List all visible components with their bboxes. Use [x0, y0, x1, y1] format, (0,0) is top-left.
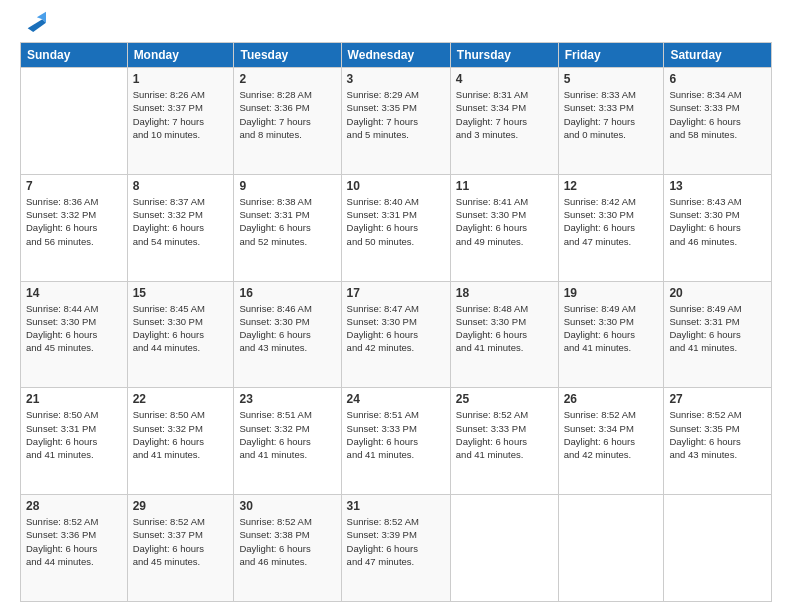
day-info: Sunrise: 8:41 AM Sunset: 3:30 PM Dayligh… — [456, 195, 553, 248]
day-info: Sunrise: 8:33 AM Sunset: 3:33 PM Dayligh… — [564, 88, 659, 141]
day-cell-23: 23Sunrise: 8:51 AM Sunset: 3:32 PM Dayli… — [234, 388, 341, 495]
col-header-thursday: Thursday — [450, 43, 558, 68]
day-cell-26: 26Sunrise: 8:52 AM Sunset: 3:34 PM Dayli… — [558, 388, 664, 495]
day-info: Sunrise: 8:47 AM Sunset: 3:30 PM Dayligh… — [347, 302, 445, 355]
day-number: 4 — [456, 72, 553, 86]
day-info: Sunrise: 8:48 AM Sunset: 3:30 PM Dayligh… — [456, 302, 553, 355]
day-info: Sunrise: 8:49 AM Sunset: 3:31 PM Dayligh… — [669, 302, 766, 355]
day-number: 23 — [239, 392, 335, 406]
week-row-1: 1Sunrise: 8:26 AM Sunset: 3:37 PM Daylig… — [21, 68, 772, 175]
page: SundayMondayTuesdayWednesdayThursdayFrid… — [0, 0, 792, 612]
week-row-4: 21Sunrise: 8:50 AM Sunset: 3:31 PM Dayli… — [21, 388, 772, 495]
day-info: Sunrise: 8:52 AM Sunset: 3:37 PM Dayligh… — [133, 515, 229, 568]
day-number: 19 — [564, 286, 659, 300]
day-number: 11 — [456, 179, 553, 193]
day-info: Sunrise: 8:45 AM Sunset: 3:30 PM Dayligh… — [133, 302, 229, 355]
day-number: 26 — [564, 392, 659, 406]
header — [20, 18, 772, 32]
day-cell-1: 1Sunrise: 8:26 AM Sunset: 3:37 PM Daylig… — [127, 68, 234, 175]
day-info: Sunrise: 8:46 AM Sunset: 3:30 PM Dayligh… — [239, 302, 335, 355]
day-cell-19: 19Sunrise: 8:49 AM Sunset: 3:30 PM Dayli… — [558, 281, 664, 388]
day-info: Sunrise: 8:28 AM Sunset: 3:36 PM Dayligh… — [239, 88, 335, 141]
day-cell-16: 16Sunrise: 8:46 AM Sunset: 3:30 PM Dayli… — [234, 281, 341, 388]
day-number: 22 — [133, 392, 229, 406]
day-number: 13 — [669, 179, 766, 193]
day-info: Sunrise: 8:34 AM Sunset: 3:33 PM Dayligh… — [669, 88, 766, 141]
day-cell-18: 18Sunrise: 8:48 AM Sunset: 3:30 PM Dayli… — [450, 281, 558, 388]
day-cell-7: 7Sunrise: 8:36 AM Sunset: 3:32 PM Daylig… — [21, 174, 128, 281]
day-cell-28: 28Sunrise: 8:52 AM Sunset: 3:36 PM Dayli… — [21, 495, 128, 602]
day-info: Sunrise: 8:29 AM Sunset: 3:35 PM Dayligh… — [347, 88, 445, 141]
col-header-sunday: Sunday — [21, 43, 128, 68]
day-info: Sunrise: 8:31 AM Sunset: 3:34 PM Dayligh… — [456, 88, 553, 141]
day-number: 7 — [26, 179, 122, 193]
day-number: 17 — [347, 286, 445, 300]
day-info: Sunrise: 8:52 AM Sunset: 3:34 PM Dayligh… — [564, 408, 659, 461]
empty-cell — [450, 495, 558, 602]
day-cell-6: 6Sunrise: 8:34 AM Sunset: 3:33 PM Daylig… — [664, 68, 772, 175]
day-cell-22: 22Sunrise: 8:50 AM Sunset: 3:32 PM Dayli… — [127, 388, 234, 495]
day-cell-12: 12Sunrise: 8:42 AM Sunset: 3:30 PM Dayli… — [558, 174, 664, 281]
day-number: 31 — [347, 499, 445, 513]
day-info: Sunrise: 8:37 AM Sunset: 3:32 PM Dayligh… — [133, 195, 229, 248]
day-cell-5: 5Sunrise: 8:33 AM Sunset: 3:33 PM Daylig… — [558, 68, 664, 175]
day-number: 1 — [133, 72, 229, 86]
day-number: 29 — [133, 499, 229, 513]
day-cell-10: 10Sunrise: 8:40 AM Sunset: 3:31 PM Dayli… — [341, 174, 450, 281]
day-number: 18 — [456, 286, 553, 300]
day-cell-27: 27Sunrise: 8:52 AM Sunset: 3:35 PM Dayli… — [664, 388, 772, 495]
day-cell-29: 29Sunrise: 8:52 AM Sunset: 3:37 PM Dayli… — [127, 495, 234, 602]
day-cell-17: 17Sunrise: 8:47 AM Sunset: 3:30 PM Dayli… — [341, 281, 450, 388]
day-info: Sunrise: 8:52 AM Sunset: 3:38 PM Dayligh… — [239, 515, 335, 568]
day-info: Sunrise: 8:43 AM Sunset: 3:30 PM Dayligh… — [669, 195, 766, 248]
day-cell-2: 2Sunrise: 8:28 AM Sunset: 3:36 PM Daylig… — [234, 68, 341, 175]
day-cell-14: 14Sunrise: 8:44 AM Sunset: 3:30 PM Dayli… — [21, 281, 128, 388]
day-number: 16 — [239, 286, 335, 300]
day-info: Sunrise: 8:51 AM Sunset: 3:32 PM Dayligh… — [239, 408, 335, 461]
day-number: 28 — [26, 499, 122, 513]
day-cell-21: 21Sunrise: 8:50 AM Sunset: 3:31 PM Dayli… — [21, 388, 128, 495]
day-info: Sunrise: 8:36 AM Sunset: 3:32 PM Dayligh… — [26, 195, 122, 248]
day-info: Sunrise: 8:52 AM Sunset: 3:39 PM Dayligh… — [347, 515, 445, 568]
logo-icon — [24, 10, 46, 32]
day-cell-11: 11Sunrise: 8:41 AM Sunset: 3:30 PM Dayli… — [450, 174, 558, 281]
day-number: 15 — [133, 286, 229, 300]
logo — [20, 18, 46, 32]
day-number: 14 — [26, 286, 122, 300]
day-number: 21 — [26, 392, 122, 406]
col-header-monday: Monday — [127, 43, 234, 68]
day-number: 10 — [347, 179, 445, 193]
day-number: 5 — [564, 72, 659, 86]
col-header-saturday: Saturday — [664, 43, 772, 68]
day-info: Sunrise: 8:52 AM Sunset: 3:35 PM Dayligh… — [669, 408, 766, 461]
empty-cell — [664, 495, 772, 602]
day-cell-20: 20Sunrise: 8:49 AM Sunset: 3:31 PM Dayli… — [664, 281, 772, 388]
day-number: 6 — [669, 72, 766, 86]
week-row-3: 14Sunrise: 8:44 AM Sunset: 3:30 PM Dayli… — [21, 281, 772, 388]
day-info: Sunrise: 8:50 AM Sunset: 3:31 PM Dayligh… — [26, 408, 122, 461]
day-info: Sunrise: 8:38 AM Sunset: 3:31 PM Dayligh… — [239, 195, 335, 248]
day-number: 3 — [347, 72, 445, 86]
day-info: Sunrise: 8:52 AM Sunset: 3:33 PM Dayligh… — [456, 408, 553, 461]
day-info: Sunrise: 8:44 AM Sunset: 3:30 PM Dayligh… — [26, 302, 122, 355]
calendar-table: SundayMondayTuesdayWednesdayThursdayFrid… — [20, 42, 772, 602]
day-number: 9 — [239, 179, 335, 193]
day-cell-8: 8Sunrise: 8:37 AM Sunset: 3:32 PM Daylig… — [127, 174, 234, 281]
day-number: 25 — [456, 392, 553, 406]
col-header-tuesday: Tuesday — [234, 43, 341, 68]
day-cell-24: 24Sunrise: 8:51 AM Sunset: 3:33 PM Dayli… — [341, 388, 450, 495]
empty-cell — [21, 68, 128, 175]
day-number: 8 — [133, 179, 229, 193]
day-number: 30 — [239, 499, 335, 513]
day-cell-3: 3Sunrise: 8:29 AM Sunset: 3:35 PM Daylig… — [341, 68, 450, 175]
col-header-friday: Friday — [558, 43, 664, 68]
day-info: Sunrise: 8:52 AM Sunset: 3:36 PM Dayligh… — [26, 515, 122, 568]
day-info: Sunrise: 8:50 AM Sunset: 3:32 PM Dayligh… — [133, 408, 229, 461]
day-info: Sunrise: 8:26 AM Sunset: 3:37 PM Dayligh… — [133, 88, 229, 141]
day-cell-25: 25Sunrise: 8:52 AM Sunset: 3:33 PM Dayli… — [450, 388, 558, 495]
svg-marker-0 — [28, 19, 46, 32]
day-info: Sunrise: 8:51 AM Sunset: 3:33 PM Dayligh… — [347, 408, 445, 461]
empty-cell — [558, 495, 664, 602]
day-number: 12 — [564, 179, 659, 193]
day-cell-9: 9Sunrise: 8:38 AM Sunset: 3:31 PM Daylig… — [234, 174, 341, 281]
